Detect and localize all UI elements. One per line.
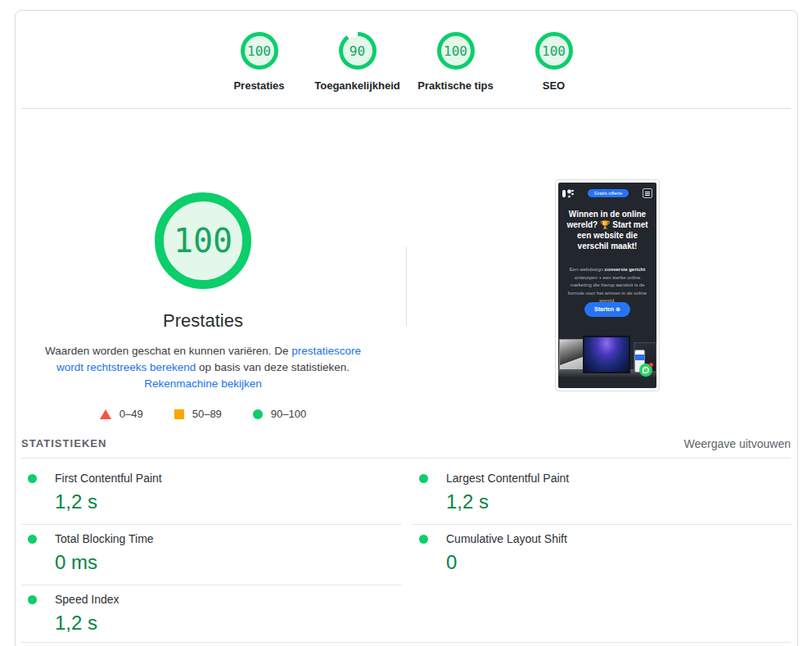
score-value: 90 — [350, 43, 365, 59]
category-toegankelijkheid[interactable]: 90 Toegankelijkheid — [309, 32, 407, 92]
performance-description: Waarden worden geschat en kunnen variëre… — [35, 343, 371, 392]
performance-title: Prestaties — [16, 310, 390, 332]
legend-item-average: 50–89 — [174, 408, 222, 420]
offer-badge: Gratis offerte — [588, 189, 629, 197]
metrics-column-left: First Contentful Paint 1,2 s Total Block… — [21, 464, 402, 645]
score-value: 100 — [542, 43, 566, 59]
whatsapp-icon — [639, 364, 652, 377]
screenshot-content: Gratis offerte Winnen in de online werel… — [558, 183, 656, 388]
score-gauge-praktische-tips: 100 — [437, 32, 475, 70]
category-label: Praktische tips — [417, 79, 494, 92]
paragraph-text: ontworpen + een sterke online marketing … — [568, 275, 647, 304]
calculator-link[interactable]: Rekenmachine bekijken — [144, 377, 261, 390]
paragraph-bold-text: conversie gericht — [605, 267, 646, 272]
pass-dot-icon — [28, 535, 37, 544]
start-button: Starten ⊕ — [584, 302, 630, 317]
metric-speed-index: Speed Index 1,2 s — [21, 585, 402, 645]
page-screenshot-thumbnail[interactable]: Gratis offerte Winnen in de online werel… — [555, 179, 660, 391]
metric-cumulative-layout-shift: Cumulative Layout Shift 0 — [413, 525, 792, 585]
metric-value: 0 ms — [55, 550, 402, 575]
score-legend: 0–49 50–89 90–100 — [16, 408, 390, 420]
performance-score-gauge: 100 — [155, 192, 251, 289]
pass-dot-icon — [419, 474, 428, 483]
screenshot-topbar: Gratis offerte — [562, 187, 652, 199]
score-gauge-seo: 100 — [535, 32, 573, 70]
legend-item-fail: 0–49 — [100, 408, 143, 420]
metric-name: Cumulative Layout Shift — [446, 531, 567, 547]
score-value: 100 — [247, 43, 271, 59]
header-divider — [21, 108, 791, 109]
expand-view-button[interactable]: Weergave uitvouwen — [684, 437, 791, 450]
legend-range: 0–49 — [120, 408, 143, 420]
pass-circle-icon — [253, 409, 263, 419]
metric-name: Largest Contentful Paint — [446, 471, 569, 486]
metric-name: Speed Index — [55, 592, 120, 608]
average-square-icon — [174, 409, 184, 419]
report-card: 100 Prestaties 90 Toegankelijkheid 100 P… — [15, 10, 798, 646]
bottom-divider — [21, 642, 791, 643]
score-gauge-prestaties: 100 — [241, 32, 278, 70]
paragraph-text: Een webdesign — [570, 267, 605, 272]
description-text: Waarden worden geschat en kunnen variëre… — [45, 345, 291, 357]
pass-dot-icon — [28, 474, 37, 483]
fail-triangle-icon — [100, 409, 111, 419]
score-value: 100 — [444, 43, 467, 59]
metric-first-contentful-paint: First Contentful Paint 1,2 s — [21, 464, 402, 525]
screenshot-headline: Winnen in de online wereld? 🏆 Start met … — [562, 209, 653, 251]
device-collage — [558, 333, 656, 377]
screenshot-paragraph: Een webdesign conversie gericht ontworpe… — [565, 266, 650, 305]
metric-total-blocking-time: Total Blocking Time 0 ms — [21, 525, 402, 585]
performance-score-value: 100 — [174, 222, 232, 260]
vertical-divider — [406, 246, 407, 326]
cta-row: Starten ⊕ — [558, 302, 656, 317]
metrics-column-right: Largest Contentful Paint 1,2 s Cumulativ… — [413, 464, 792, 585]
metric-value: 1,2 s — [446, 490, 792, 514]
metric-largest-contentful-paint: Largest Contentful Paint 1,2 s — [413, 464, 792, 525]
statistics-section-label: STATISTIEKEN — [21, 437, 106, 449]
category-praktische-tips[interactable]: 100 Praktische tips — [407, 32, 505, 92]
statistics-divider — [21, 458, 791, 459]
metric-name: First Contentful Paint — [55, 471, 162, 486]
collage-screen-stage — [583, 336, 630, 373]
legend-item-pass: 90–100 — [253, 408, 306, 420]
pass-dot-icon — [28, 595, 37, 604]
metric-value: 0 — [446, 550, 792, 575]
description-text: op basis van deze statistieken. — [196, 361, 350, 373]
legend-range: 50–89 — [192, 408, 222, 420]
category-label: Prestaties — [233, 79, 284, 92]
category-prestaties[interactable]: 100 Prestaties — [210, 32, 309, 92]
legend-range: 90–100 — [271, 408, 306, 420]
metric-value: 1,2 s — [55, 490, 402, 514]
category-seo[interactable]: 100 SEO — [505, 32, 603, 92]
pass-dot-icon — [419, 535, 428, 544]
category-label: SEO — [543, 79, 565, 92]
category-nav: 100 Prestaties 90 Toegankelijkheid 100 P… — [16, 32, 797, 92]
metric-value: 1,2 s — [55, 611, 402, 635]
hamburger-menu-icon — [643, 188, 652, 198]
score-gauge-toegankelijkheid: 90 — [339, 32, 377, 70]
metric-name: Total Blocking Time — [55, 531, 154, 547]
category-label: Toegankelijkheid — [314, 79, 400, 92]
site-logo — [562, 188, 574, 199]
